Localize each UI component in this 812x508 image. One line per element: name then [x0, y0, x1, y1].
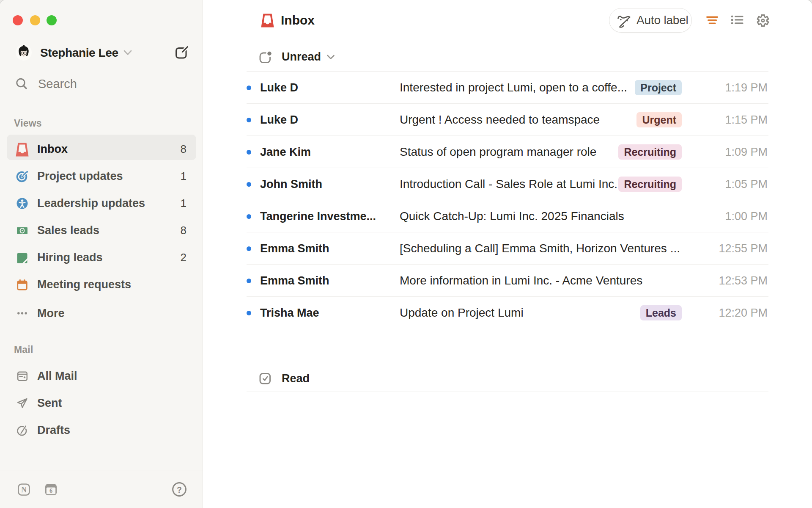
- svg-text:6: 6: [49, 487, 52, 494]
- svg-text:N: N: [21, 486, 27, 494]
- svg-text:?: ?: [177, 485, 182, 494]
